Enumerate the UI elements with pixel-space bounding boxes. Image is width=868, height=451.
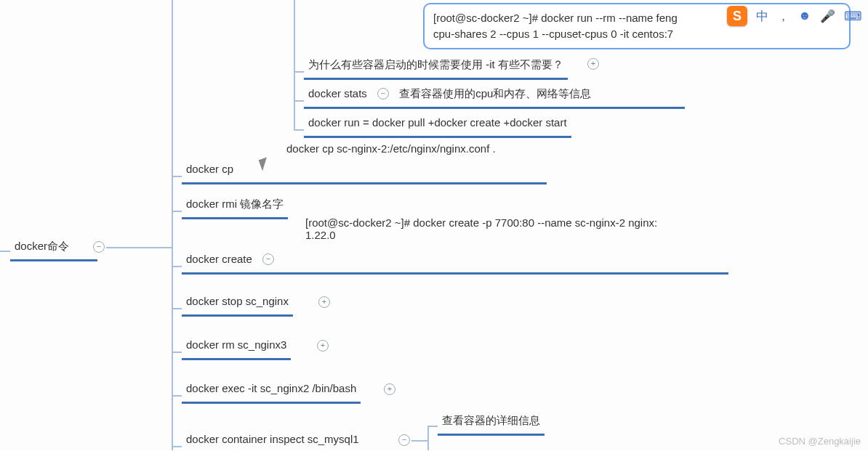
ime-mic-icon[interactable]: 🎤 (820, 9, 835, 24)
node-annotation: [root@sc-docker2 ~]# docker create -p 77… (305, 216, 712, 241)
node-label: docker create (186, 253, 252, 265)
ime-punct[interactable]: ， (777, 8, 789, 25)
expand-icon[interactable]: + (587, 58, 599, 70)
node-why-it[interactable]: 为什么有些容器启动的时候需要使用 -it 有些不需要？ (304, 54, 568, 80)
node-docker-stop[interactable]: docker stop sc_nginx (182, 290, 293, 317)
sogou-logo-icon[interactable]: S (727, 6, 747, 26)
collapse-icon[interactable]: − (377, 88, 389, 99)
collapse-icon[interactable]: − (262, 253, 274, 265)
watermark: CSDN @Zengkaijie (779, 436, 861, 447)
ime-face-icon[interactable]: ☻ (798, 9, 811, 23)
node-label: docker exec -it sc_nginx2 /bin/bash (186, 382, 356, 394)
root-label: docker命令 (15, 240, 69, 252)
collapse-icon[interactable]: − (93, 241, 105, 253)
node-inspect-detail[interactable]: 查看容器的详细信息 (438, 410, 544, 436)
ime-lang[interactable]: 中 (756, 8, 768, 25)
expand-icon[interactable]: + (318, 296, 330, 308)
node-label: docker run = docker pull +docker create … (308, 116, 567, 129)
node-label: docker stop sc_nginx (186, 295, 289, 307)
node-docker-inspect[interactable]: docker container inspect sc_mysql1 (182, 428, 363, 451)
node-note: 查看容器使用的cpu和内存、网络等信息 (399, 87, 591, 99)
node-docker-run-equation[interactable]: docker run = docker pull +docker create … (304, 112, 571, 138)
collapse-icon[interactable]: − (398, 434, 410, 446)
node-label: docker stats (308, 87, 367, 99)
node-label: docker rm sc_nginx3 (186, 338, 286, 351)
root-node[interactable]: docker命令 (10, 235, 97, 261)
node-docker-exec[interactable]: docker exec -it sc_nginx2 /bin/bash (182, 378, 361, 404)
node-label: 查看容器的详细信息 (442, 414, 540, 426)
node-label: 为什么有些容器启动的时候需要使用 -it 有些不需要？ (308, 58, 563, 70)
expand-icon[interactable]: + (317, 340, 329, 352)
node-docker-stats[interactable]: docker stats − 查看容器使用的cpu和内存、网络等信息 (304, 83, 685, 109)
node-docker-rm[interactable]: docker rm sc_nginx3 (182, 334, 291, 360)
mouse-cursor-icon (260, 158, 272, 174)
ime-toolbar: S 中 ， ☻ 🎤 ⌨ (721, 3, 868, 29)
node-docker-create[interactable]: docker create − (182, 248, 728, 275)
ime-keyboard-icon[interactable]: ⌨ (844, 9, 862, 24)
node-annotation: docker cp sc-nginx-2:/etc/nginx/nginx.co… (286, 142, 496, 155)
expand-icon[interactable]: + (384, 383, 395, 395)
node-label: docker rmi 镜像名字 (186, 198, 284, 210)
node-label: docker container inspect sc_mysql1 (186, 433, 359, 445)
node-label: docker cp (186, 163, 233, 175)
node-docker-cp[interactable]: docker cp (182, 158, 547, 184)
node-docker-rmi[interactable]: docker rmi 镜像名字 (182, 193, 288, 219)
